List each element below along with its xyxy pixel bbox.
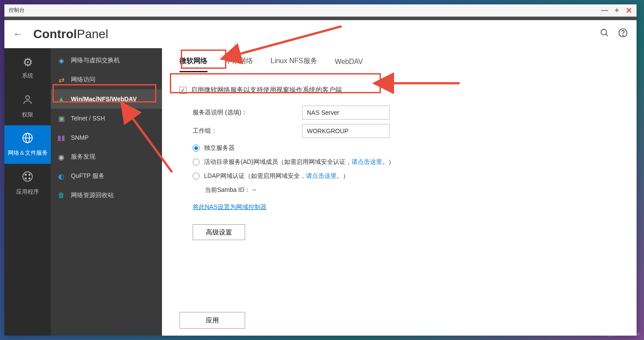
- sec-network-access[interactable]: ⇄网络访问: [51, 70, 162, 89]
- tab-apple-network[interactable]: 苹果网络: [225, 57, 253, 72]
- access-icon: ⇄: [57, 75, 66, 84]
- nav-applications[interactable]: 应用程序: [4, 164, 51, 202]
- workgroup-row: 工作组：: [193, 124, 619, 138]
- close-icon[interactable]: ✕: [626, 6, 632, 15]
- svg-point-8: [23, 172, 32, 181]
- svg-point-12: [29, 177, 30, 179]
- tab-linux-nfs[interactable]: Linux NFS服务: [271, 57, 317, 72]
- watermark-icon: ⊙: [605, 325, 616, 336]
- ad-link[interactable]: 请点击这里: [352, 158, 382, 165]
- watermark: ⊙ 路由器 luyouqi.com: [605, 325, 640, 336]
- recycle-icon: 🗑: [57, 191, 66, 200]
- sec-network-vswitch[interactable]: ◈网络与虚拟交换机: [51, 51, 162, 70]
- sec-win-mac-nfs-webdav[interactable]: ▲Win/Mac/NFS/WebDAV: [51, 89, 162, 109]
- apply-button[interactable]: 应用: [179, 312, 245, 329]
- network-icon: ◈: [57, 56, 66, 65]
- svg-line-1: [606, 34, 608, 36]
- radio-standalone-row[interactable]: 独立服务器: [193, 144, 619, 152]
- back-icon[interactable]: ←: [13, 28, 23, 40]
- workgroup-label: 工作组：: [193, 127, 302, 135]
- body: ⚙ 系统 权限 网络＆文件服务 应用程序: [4, 48, 637, 336]
- window-controls: — ＋ ✕: [601, 6, 632, 15]
- gear-icon: ⚙: [23, 56, 33, 69]
- header: ← ControlPanel: [4, 20, 637, 48]
- svg-point-9: [25, 174, 26, 175]
- maximize-icon[interactable]: ＋: [613, 6, 620, 15]
- radio-ad-label: 活动目录服务(AD)网域成员（如需启用网域安全认证，请点击这里。）: [204, 158, 394, 166]
- navbar-strip: [4, 17, 637, 20]
- nas-domain-controller-row: 将此NAS设置为网域控制器: [193, 203, 619, 211]
- radio-ldap-row[interactable]: LDAP网域认证（如需启用网域安全，请点击这里。）: [193, 172, 619, 180]
- sec-service-discovery[interactable]: ◉服务发现: [51, 147, 162, 166]
- radio-ad-row[interactable]: 活动目录服务(AD)网域成员（如需启用网域安全认证，请点击这里。）: [193, 158, 619, 166]
- globe-icon: [22, 132, 33, 147]
- enable-ms-network-label: 启用微软网络服务以支持使用视窗操作系统的客户端: [191, 86, 342, 94]
- svg-point-3: [623, 35, 623, 35]
- user-icon: [22, 94, 33, 108]
- window: 控制台 — ＋ ✕ ← ControlPanel ⚙ 系统: [4, 4, 637, 336]
- ftp-icon: ◐: [57, 172, 66, 181]
- radio-ad[interactable]: [193, 159, 200, 166]
- nav-permissions[interactable]: 权限: [4, 87, 51, 125]
- sec-telnet-ssh[interactable]: ▣Telnet / SSH: [51, 109, 162, 128]
- main: 微软网络 苹果网络 Linux NFS服务 WebDAV ✓ 启用微软网络服务以…: [162, 48, 637, 336]
- sec-recycle-bin[interactable]: 🗑网络资源回收站: [51, 186, 162, 205]
- grid-icon: [22, 171, 33, 185]
- radio-ldap[interactable]: [193, 173, 200, 180]
- footer: 应用: [162, 305, 637, 336]
- window-title: 控制台: [9, 7, 601, 14]
- chart-icon: ▮▮: [57, 133, 66, 142]
- search-icon[interactable]: [600, 28, 609, 40]
- server-desc-input[interactable]: [302, 106, 390, 120]
- sidebar-primary: ⚙ 系统 权限 网络＆文件服务 应用程序: [4, 48, 51, 336]
- sec-snmp[interactable]: ▮▮SNMP: [51, 128, 162, 147]
- enable-ms-network-checkbox[interactable]: ✓: [179, 87, 187, 94]
- nav-network-file-services[interactable]: 网络＆文件服务: [4, 125, 51, 164]
- page-title: ControlPanel: [33, 27, 108, 41]
- titlebar: 控制台 — ＋ ✕: [4, 4, 637, 17]
- content: ✓ 启用微软网络服务以支持使用视窗操作系统的客户端 服务器说明 (选填)： 工作…: [162, 73, 637, 305]
- svg-point-11: [25, 177, 26, 179]
- tabs: 微软网络 苹果网络 Linux NFS服务 WebDAV: [162, 48, 637, 73]
- radio-ldap-label: LDAP网域认证（如需启用网域安全，请点击这里。）: [204, 172, 349, 180]
- minimize-icon[interactable]: —: [601, 7, 608, 14]
- svg-point-10: [29, 174, 30, 175]
- samba-id-row: 当前Samba ID： --: [205, 186, 619, 194]
- radar-icon: ◉: [57, 152, 66, 161]
- ldap-link[interactable]: 请点击这里: [306, 172, 337, 179]
- terminal-icon: ▣: [57, 114, 66, 123]
- enable-ms-network-row[interactable]: ✓ 启用微软网络服务以支持使用视窗操作系统的客户端: [179, 81, 619, 101]
- nas-domain-controller-link[interactable]: 将此NAS设置为网域控制器: [193, 203, 267, 210]
- advanced-settings-button[interactable]: 高级设置: [193, 224, 245, 240]
- help-icon[interactable]: [618, 28, 628, 40]
- sec-quftp[interactable]: ◐QuFTP 服务: [51, 166, 162, 186]
- nav-system[interactable]: ⚙ 系统: [4, 48, 51, 87]
- protocols-icon: ▲: [57, 95, 66, 103]
- workgroup-input[interactable]: [302, 124, 390, 138]
- tab-microsoft-network[interactable]: 微软网络: [179, 57, 208, 72]
- sidebar-secondary: ◈网络与虚拟交换机 ⇄网络访问 ▲Win/Mac/NFS/WebDAV ▣Tel…: [51, 48, 162, 336]
- tab-webdav[interactable]: WebDAV: [335, 58, 363, 72]
- radio-standalone[interactable]: [193, 145, 200, 152]
- server-desc-label: 服务器说明 (选填)：: [193, 109, 302, 117]
- header-actions: [600, 28, 628, 40]
- server-desc-row: 服务器说明 (选填)：: [193, 106, 619, 120]
- svg-point-0: [601, 29, 607, 35]
- svg-point-4: [26, 96, 30, 99]
